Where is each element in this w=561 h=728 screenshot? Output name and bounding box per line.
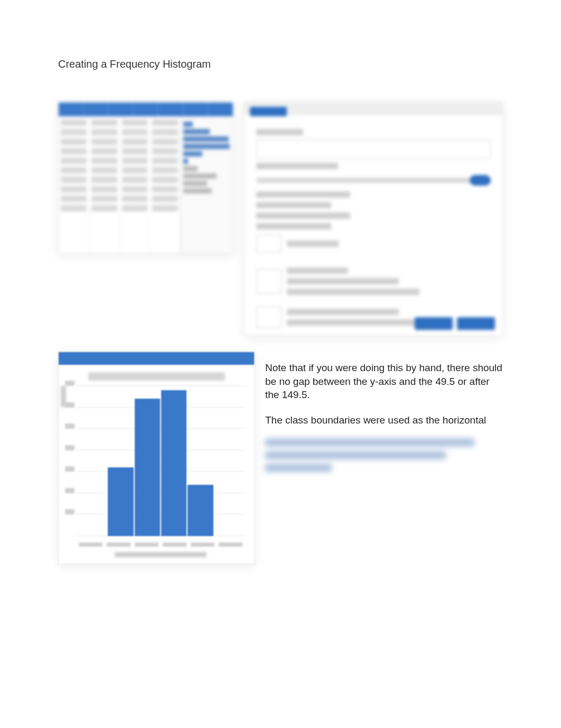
spreadsheet-preview xyxy=(58,102,233,254)
histogram-chart-preview xyxy=(58,352,255,564)
note-paragraph-2: The class boundaries were used as the ho… xyxy=(265,413,503,427)
notes-column: Note that if you were doing this by hand… xyxy=(265,352,503,564)
histogram-bar xyxy=(108,467,133,536)
page-title: Creating a Frequency Histogram xyxy=(58,58,503,70)
histogram-bar xyxy=(188,485,213,536)
histogram-bar xyxy=(161,390,186,536)
note-paragraph-1: Note that if you were doing this by hand… xyxy=(265,361,503,402)
histogram-bar xyxy=(135,399,160,536)
chart-options-dialog-preview xyxy=(244,102,503,336)
obscured-text xyxy=(265,439,503,474)
histogram-plot xyxy=(77,386,245,536)
